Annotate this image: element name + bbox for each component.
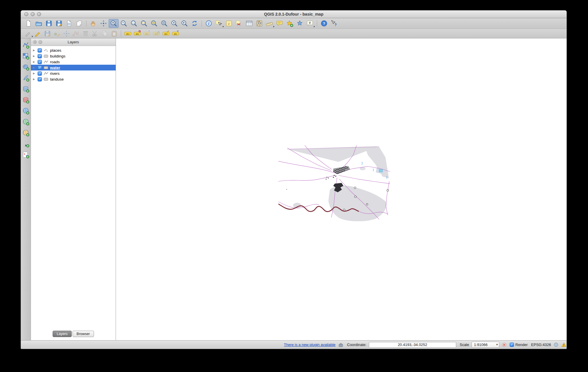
layer-checkbox[interactable]: ✓ <box>38 66 42 70</box>
cut-features-icon[interactable] <box>90 30 100 38</box>
zoom-next-icon[interactable] <box>180 19 189 28</box>
composer-manager-icon[interactable] <box>74 19 84 28</box>
zoom-last-icon[interactable] <box>169 19 179 28</box>
new-print-composer-icon[interactable] <box>64 19 74 28</box>
new-shapefile-layer-icon[interactable] <box>21 150 30 159</box>
layer-checkbox[interactable]: ✓ <box>38 71 42 76</box>
svg-text:?: ? <box>334 23 336 27</box>
zoom-window-button[interactable] <box>37 12 41 16</box>
save-project-icon[interactable] <box>44 19 54 28</box>
expand-triangle-icon[interactable]: ▶ <box>33 72 36 75</box>
layer-row-roads[interactable]: ▶ ✓ roads <box>31 59 116 65</box>
zoom-full-icon[interactable] <box>139 19 149 28</box>
window-controls <box>24 12 41 16</box>
layers-panel-header[interactable]: ✕ ◻ Layers <box>31 38 116 46</box>
layer-row-buildings[interactable]: ▶ ✓ buildings <box>31 53 116 59</box>
identify-icon[interactable]: i <box>204 19 214 28</box>
minimize-window-button[interactable] <box>31 12 35 16</box>
refresh-icon[interactable] <box>190 19 199 28</box>
plugin-icon[interactable] <box>338 342 344 348</box>
layer-checkbox[interactable]: ✓ <box>38 54 42 58</box>
layer-row-water[interactable]: ▶ ✓ water <box>31 65 116 70</box>
labeling-icon[interactable]: abc <box>123 30 132 38</box>
text-annotation-icon[interactable]: T▾ <box>305 19 315 28</box>
pan-to-selection-icon[interactable] <box>99 19 108 28</box>
new-project-icon[interactable] <box>24 19 34 28</box>
add-raster-layer-icon[interactable] <box>21 52 30 60</box>
deselect-features-icon[interactable] <box>234 19 244 28</box>
svg-text:,: , <box>25 140 27 147</box>
new-plugin-link[interactable]: There is a new plugin available <box>284 343 336 347</box>
toggle-editing-icon[interactable] <box>33 30 42 38</box>
stop-rendering-icon[interactable] <box>502 342 507 347</box>
node-tool-icon[interactable] <box>71 30 81 38</box>
tab-browser[interactable]: Browser <box>73 331 94 337</box>
help-icon[interactable]: ? <box>319 19 329 28</box>
layer-checkbox[interactable]: ✓ <box>38 60 42 64</box>
current-edits-icon[interactable]: ▾ <box>24 30 33 38</box>
show-bookmarks-icon[interactable] <box>295 19 305 28</box>
title-bar[interactable]: QGIS 2.0.1-Dufour - basic_map <box>21 10 567 18</box>
add-mssql-layer-icon[interactable] <box>21 85 30 93</box>
message-log-icon[interactable] <box>561 342 567 347</box>
close-window-button[interactable] <box>24 12 28 16</box>
new-bookmark-icon[interactable] <box>285 19 295 28</box>
zoom-out-icon[interactable] <box>119 19 129 28</box>
expand-triangle-icon[interactable]: ▶ <box>33 49 36 52</box>
change-label-icon[interactable]: abc <box>161 30 171 38</box>
add-feature-icon[interactable] <box>52 30 62 38</box>
panel-close-icon[interactable]: ✕ <box>33 40 37 44</box>
scale-combo[interactable]: 1:91066 ▾ <box>471 342 499 348</box>
copy-features-icon[interactable] <box>100 30 109 38</box>
add-postgis-layer-icon[interactable] <box>21 63 30 71</box>
add-delimited-text-layer-icon[interactable]: , <box>21 140 30 148</box>
zoom-to-layer-icon[interactable] <box>159 19 169 28</box>
add-wcs-layer-icon[interactable] <box>21 118 30 126</box>
pan-map-icon[interactable] <box>88 19 98 28</box>
rotate-label-icon[interactable]: abc <box>152 30 161 38</box>
save-project-as-icon[interactable] <box>54 19 64 28</box>
crs-status-icon[interactable] <box>553 342 559 347</box>
field-calculator-icon[interactable] <box>254 19 264 28</box>
tab-layers[interactable]: Layers <box>53 331 72 337</box>
select-features-icon[interactable]: ▾ <box>214 19 224 28</box>
zoom-to-selection-icon[interactable] <box>149 19 159 28</box>
render-checkbox[interactable]: ✓ <box>510 343 514 347</box>
open-attribute-table-icon[interactable] <box>244 19 254 28</box>
paste-features-icon[interactable] <box>110 30 119 38</box>
move-label-icon[interactable]: abc <box>142 30 151 38</box>
move-feature-icon[interactable] <box>62 30 71 38</box>
measure-icon[interactable]: ▾ <box>265 19 274 28</box>
add-wfs-layer-icon[interactable] <box>21 129 30 137</box>
map-tips-icon[interactable] <box>275 19 284 28</box>
zoom-actual-icon[interactable]: 1:1 <box>129 19 139 28</box>
map-canvas[interactable] <box>116 38 567 340</box>
layer-checkbox[interactable]: ✓ <box>38 77 42 81</box>
layer-row-landuse[interactable]: ▶ ✓ landuse <box>31 76 116 82</box>
save-layer-edits-icon[interactable] <box>43 30 52 38</box>
layer-row-places[interactable]: ▶ ✓ places <box>31 47 116 53</box>
whats-this-icon[interactable]: ? <box>329 19 339 28</box>
expand-triangle-icon[interactable]: ▶ <box>33 55 36 57</box>
add-wms-layer-icon[interactable] <box>21 107 30 115</box>
expand-triangle-icon[interactable]: ▶ <box>33 66 36 69</box>
layer-checkbox[interactable]: ✓ <box>38 48 42 53</box>
panel-float-icon[interactable]: ◻ <box>38 40 42 44</box>
layers-panel-title: Layers <box>68 40 79 44</box>
label-properties-icon[interactable]: abc <box>171 30 180 38</box>
expand-triangle-icon[interactable]: ▶ <box>33 60 36 63</box>
add-vector-layer-icon[interactable] <box>21 41 30 49</box>
add-spatialite-layer-icon[interactable] <box>21 74 30 82</box>
polygon-layer-icon <box>43 54 49 58</box>
layer-tree: ▶ ✓ places ▶ ✓ buildings ▶ ✓ roads <box>31 46 116 330</box>
layer-row-rivers[interactable]: ▶ ✓ rivers <box>31 70 116 76</box>
toolbar-separator <box>86 20 86 27</box>
select-by-expression-icon[interactable]: ε <box>224 19 234 28</box>
expand-triangle-icon[interactable]: ▶ <box>33 78 36 81</box>
delete-selected-icon[interactable] <box>81 30 90 38</box>
coordinate-input[interactable] <box>369 342 456 348</box>
add-oracle-layer-icon[interactable] <box>21 96 30 104</box>
open-project-icon[interactable] <box>34 19 44 28</box>
zoom-in-icon[interactable] <box>109 19 119 28</box>
label-options-icon[interactable]: abc <box>133 30 142 38</box>
